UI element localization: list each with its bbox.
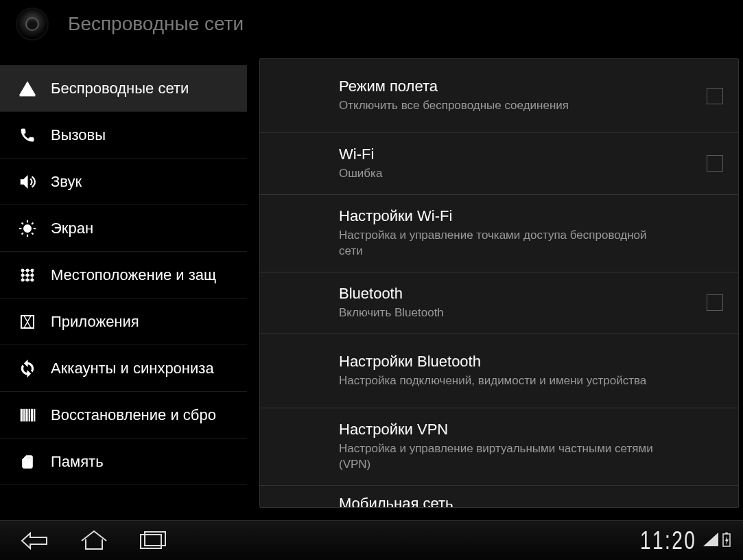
signal-strength-icon bbox=[703, 533, 718, 549]
sidebar-item-label: Звук bbox=[51, 173, 82, 191]
sidebar-item-wireless[interactable]: Беспроводные сети bbox=[0, 65, 247, 112]
svg-rect-29 bbox=[29, 409, 30, 421]
row-subtitle: Отключить все беспроводные соединения bbox=[339, 98, 668, 114]
row-title: Режим полета bbox=[339, 78, 694, 95]
phone-icon bbox=[16, 124, 38, 146]
svg-rect-30 bbox=[31, 409, 32, 421]
row-title: Bluetooth bbox=[339, 285, 694, 303]
apps-icon bbox=[16, 311, 38, 333]
sidebar-item-storage[interactable]: Память bbox=[0, 439, 247, 485]
svg-line-5 bbox=[32, 233, 33, 234]
sidebar-item-backup[interactable]: Восстановление и сбро bbox=[0, 392, 247, 439]
svg-rect-0 bbox=[20, 94, 35, 95]
row-title: Wi-Fi bbox=[339, 145, 694, 163]
back-button[interactable] bbox=[17, 9, 47, 39]
row-wifi[interactable]: Wi-Fi Ошибка bbox=[260, 133, 738, 195]
svg-rect-35 bbox=[725, 533, 728, 534]
airplane-mode-checkbox[interactable] bbox=[707, 88, 723, 104]
row-title: Настройки VPN bbox=[339, 421, 711, 439]
row-title: Мобильная сеть bbox=[339, 495, 711, 508]
settings-sidebar: Беспроводные сети Вызовы Звук Экран bbox=[0, 48, 247, 508]
barcode-icon bbox=[16, 404, 38, 426]
sidebar-item-location[interactable]: Местоположение и защ bbox=[0, 252, 247, 299]
back-orb-icon bbox=[25, 17, 39, 31]
sidebar-item-label: Местоположение и защ bbox=[51, 266, 216, 284]
sidebar-item-accounts[interactable]: Аккаунты и синхрониза bbox=[0, 345, 247, 392]
sync-icon bbox=[16, 358, 38, 380]
content-area: Режим полета Отключить все беспроводные … bbox=[247, 48, 743, 508]
nav-recent-button[interactable] bbox=[123, 525, 182, 557]
brightness-icon bbox=[16, 218, 38, 240]
row-subtitle: Настройка и управление виртуальными част… bbox=[339, 441, 668, 473]
svg-rect-27 bbox=[24, 409, 25, 421]
svg-line-9 bbox=[32, 222, 33, 224]
row-airplane-mode[interactable]: Режим полета Отключить все беспроводные … bbox=[260, 59, 738, 133]
row-title: Настройки Wi-Fi bbox=[339, 207, 711, 225]
status-icons bbox=[703, 532, 731, 550]
row-bluetooth[interactable]: Bluetooth Включить Bluetooth bbox=[260, 272, 738, 334]
nav-home-button[interactable] bbox=[64, 525, 123, 557]
system-navbar: 11:20 bbox=[0, 520, 743, 560]
svg-rect-31 bbox=[34, 409, 35, 421]
signal-icon bbox=[16, 78, 38, 100]
settings-panel: Режим полета Отключить все беспроводные … bbox=[259, 58, 739, 508]
battery-charging-icon bbox=[722, 532, 731, 550]
sidebar-item-label: Восстановление и сбро bbox=[51, 406, 216, 424]
sd-icon bbox=[16, 451, 38, 473]
row-bluetooth-settings[interactable]: Настройки Bluetooth Настройка подключени… bbox=[260, 334, 738, 408]
grid-icon bbox=[16, 264, 38, 286]
sidebar-item-sound[interactable]: Звук bbox=[0, 159, 247, 205]
svg-point-1 bbox=[24, 224, 32, 232]
row-subtitle: Настройка и управление точками доступа б… bbox=[339, 228, 668, 259]
sidebar-item-display[interactable]: Экран bbox=[0, 205, 247, 252]
svg-rect-26 bbox=[21, 409, 22, 421]
bluetooth-checkbox[interactable] bbox=[707, 294, 723, 311]
row-title: Настройки Bluetooth bbox=[339, 353, 711, 371]
svg-line-8 bbox=[22, 233, 23, 234]
sidebar-item-label: Память bbox=[51, 453, 104, 471]
speaker-icon bbox=[16, 171, 38, 193]
sidebar-item-label: Вызовы bbox=[51, 126, 106, 144]
wifi-checkbox[interactable] bbox=[707, 155, 723, 172]
svg-line-4 bbox=[22, 222, 23, 224]
sidebar-item-calls[interactable]: Вызовы bbox=[0, 112, 247, 159]
row-mobile-network[interactable]: Мобильная сеть bbox=[260, 486, 738, 508]
sidebar-item-label: Экран bbox=[51, 220, 93, 237]
status-clock: 11:20 bbox=[640, 526, 696, 555]
row-subtitle: Ошибка bbox=[339, 166, 694, 182]
row-subtitle: Включить Bluetooth bbox=[339, 305, 694, 321]
page-title: Беспроводные сети bbox=[68, 13, 244, 35]
row-wifi-settings[interactable]: Настройки Wi-Fi Настройка и управление т… bbox=[260, 195, 738, 272]
row-subtitle: Настройка подключений, видимости и имени… bbox=[339, 373, 668, 389]
sidebar-item-label: Аккаунты и синхрониза bbox=[51, 360, 214, 377]
sidebar-item-label: Приложения bbox=[51, 313, 139, 331]
row-vpn-settings[interactable]: Настройки VPN Настройка и управление вир… bbox=[260, 408, 738, 486]
header: Беспроводные сети bbox=[0, 0, 743, 48]
sidebar-item-label: Беспроводные сети bbox=[51, 80, 189, 97]
svg-rect-28 bbox=[26, 409, 27, 421]
nav-back-button[interactable] bbox=[5, 525, 64, 557]
sidebar-item-apps[interactable]: Приложения bbox=[0, 299, 247, 345]
